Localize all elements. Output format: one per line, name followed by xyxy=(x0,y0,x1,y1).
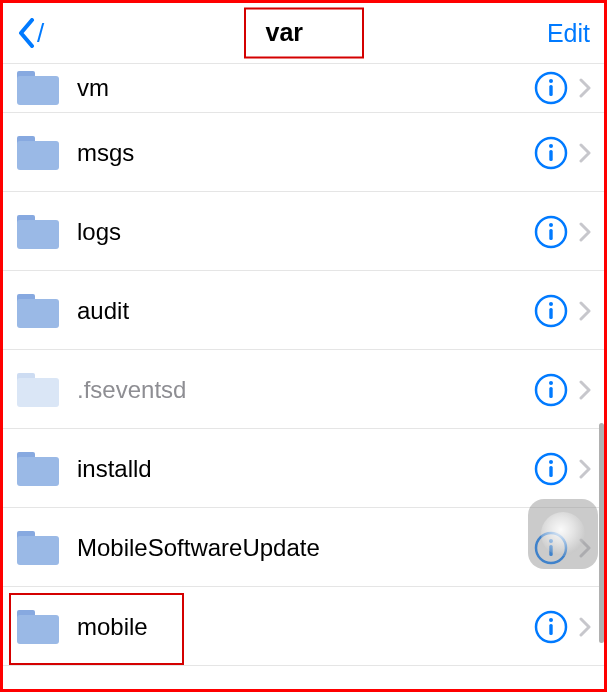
folder-row[interactable]: .fseventsd xyxy=(3,350,604,429)
chevron-right-icon xyxy=(576,380,594,400)
info-button[interactable] xyxy=(534,373,568,407)
folder-name: audit xyxy=(77,297,534,325)
info-button[interactable] xyxy=(534,136,568,170)
svg-point-10 xyxy=(549,302,553,306)
folder-name: vm xyxy=(77,74,534,102)
folder-row[interactable]: MobileSoftwareUpdate xyxy=(3,508,604,587)
info-button[interactable] xyxy=(534,531,568,565)
edit-button[interactable]: Edit xyxy=(547,19,590,48)
chevron-right-icon xyxy=(576,459,594,479)
svg-rect-17 xyxy=(549,466,552,477)
folder-icon xyxy=(17,215,59,249)
svg-point-7 xyxy=(549,223,553,227)
folder-icon xyxy=(17,452,59,486)
svg-rect-14 xyxy=(549,387,552,398)
svg-rect-11 xyxy=(549,308,552,319)
svg-point-16 xyxy=(549,460,553,464)
info-button[interactable] xyxy=(534,215,568,249)
folder-icon xyxy=(17,71,59,105)
svg-point-1 xyxy=(549,79,553,83)
svg-rect-8 xyxy=(549,229,552,240)
svg-point-22 xyxy=(549,618,553,622)
chevron-right-icon xyxy=(576,78,594,98)
folder-name: logs xyxy=(77,218,534,246)
folder-name: .fseventsd xyxy=(77,376,534,404)
folder-name: installd xyxy=(77,455,534,483)
svg-rect-20 xyxy=(549,545,552,556)
folder-row[interactable]: mobile xyxy=(3,587,604,666)
folder-row[interactable]: logs xyxy=(3,192,604,271)
folder-row[interactable]: installd xyxy=(3,429,604,508)
folder-icon xyxy=(17,294,59,328)
svg-point-13 xyxy=(549,381,553,385)
page-title: var xyxy=(266,18,304,46)
chevron-right-icon xyxy=(576,301,594,321)
navigation-bar: / var Edit xyxy=(3,3,604,63)
folder-row[interactable]: audit xyxy=(3,271,604,350)
scroll-indicator xyxy=(599,423,604,643)
svg-rect-5 xyxy=(549,150,552,161)
info-button[interactable] xyxy=(534,71,568,105)
folder-icon xyxy=(17,610,59,644)
chevron-right-icon xyxy=(576,538,594,558)
chevron-left-icon xyxy=(17,18,35,48)
svg-rect-2 xyxy=(549,85,552,96)
folder-row[interactable]: msgs xyxy=(3,113,604,192)
back-label: / xyxy=(37,18,44,49)
folder-name: msgs xyxy=(77,139,534,167)
folder-icon xyxy=(17,531,59,565)
chevron-right-icon xyxy=(576,617,594,637)
svg-rect-23 xyxy=(549,624,552,635)
folder-row[interactable]: vm xyxy=(3,63,604,113)
back-button[interactable]: / xyxy=(17,18,44,49)
info-button[interactable] xyxy=(534,294,568,328)
folder-icon xyxy=(17,136,59,170)
folder-list: vmmsgslogsaudit.fseventsdinstalldMobileS… xyxy=(3,63,604,666)
folder-icon xyxy=(17,373,59,407)
svg-point-19 xyxy=(549,539,553,543)
chevron-right-icon xyxy=(576,222,594,242)
folder-name: MobileSoftwareUpdate xyxy=(77,534,534,562)
title-highlight: var xyxy=(244,8,364,59)
info-button[interactable] xyxy=(534,452,568,486)
chevron-right-icon xyxy=(576,143,594,163)
info-button[interactable] xyxy=(534,610,568,644)
folder-name: mobile xyxy=(77,613,534,641)
svg-point-4 xyxy=(549,144,553,148)
